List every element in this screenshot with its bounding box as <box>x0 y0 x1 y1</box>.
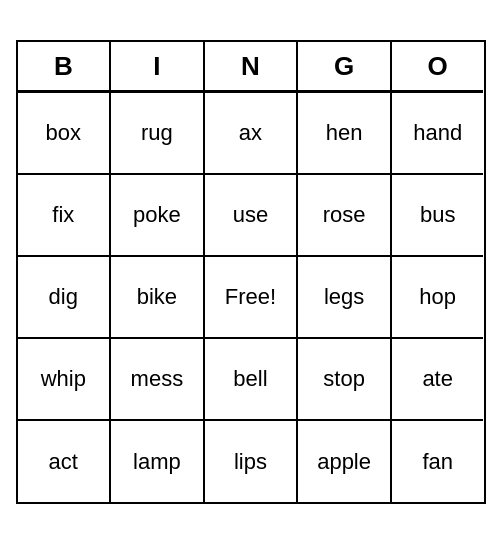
bingo-row-4: actlamplipsapplefan <box>18 420 484 502</box>
bingo-cell-r1-c4: bus <box>391 174 484 256</box>
bingo-card: BINGO boxrugaxhenhandfixpokeuserosebusdi… <box>16 40 486 504</box>
bingo-cell-r3-c1: mess <box>110 338 204 420</box>
header-row: BINGO <box>18 42 484 92</box>
header-cell-b: B <box>18 42 111 92</box>
bingo-cell-r0-c0: box <box>18 92 111 174</box>
bingo-cell-r3-c3: stop <box>297 338 391 420</box>
bingo-row-1: fixpokeuserosebus <box>18 174 484 256</box>
bingo-cell-r0-c3: hen <box>297 92 391 174</box>
bingo-cell-r2-c0: dig <box>18 256 111 338</box>
bingo-cell-r4-c2: lips <box>204 420 298 502</box>
header-cell-g: G <box>297 42 391 92</box>
bingo-cell-r3-c2: bell <box>204 338 298 420</box>
bingo-cell-r1-c0: fix <box>18 174 111 256</box>
bingo-cell-r2-c2: Free! <box>204 256 298 338</box>
header-cell-n: N <box>204 42 298 92</box>
bingo-cell-r0-c1: rug <box>110 92 204 174</box>
bingo-cell-r4-c1: lamp <box>110 420 204 502</box>
bingo-row-3: whipmessbellstopate <box>18 338 484 420</box>
bingo-cell-r2-c3: legs <box>297 256 391 338</box>
bingo-cell-r1-c2: use <box>204 174 298 256</box>
bingo-cell-r1-c3: rose <box>297 174 391 256</box>
bingo-cell-r4-c4: fan <box>391 420 484 502</box>
bingo-cell-r3-c4: ate <box>391 338 484 420</box>
bingo-cell-r0-c2: ax <box>204 92 298 174</box>
bingo-cell-r4-c0: act <box>18 420 111 502</box>
header-cell-i: I <box>110 42 204 92</box>
bingo-cell-r4-c3: apple <box>297 420 391 502</box>
bingo-cell-r2-c4: hop <box>391 256 484 338</box>
bingo-row-2: digbikeFree!legshop <box>18 256 484 338</box>
bingo-cell-r3-c0: whip <box>18 338 111 420</box>
bingo-cell-r2-c1: bike <box>110 256 204 338</box>
bingo-cell-r1-c1: poke <box>110 174 204 256</box>
bingo-row-0: boxrugaxhenhand <box>18 92 484 174</box>
bingo-cell-r0-c4: hand <box>391 92 484 174</box>
header-cell-o: O <box>391 42 484 92</box>
